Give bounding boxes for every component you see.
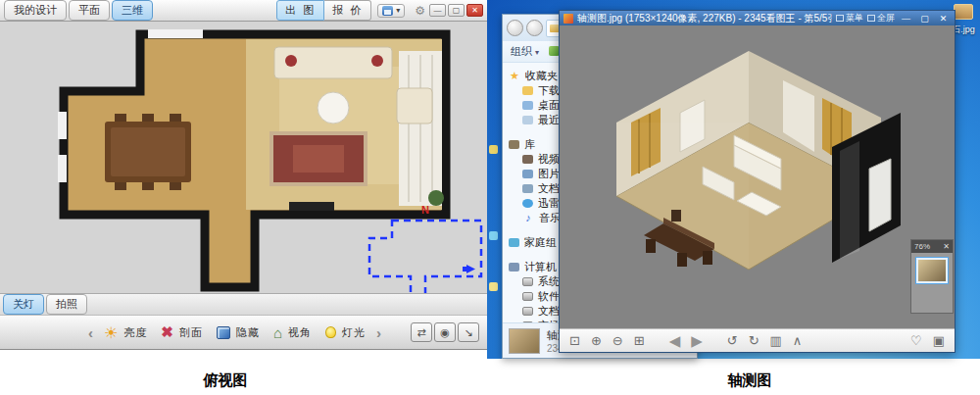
drive-icon: [522, 307, 533, 316]
view-angle-label: 视角: [288, 325, 312, 340]
zoom-in-icon[interactable]: ⊕: [591, 334, 602, 347]
delete-image-icon[interactable]: ▥: [770, 334, 782, 347]
tab-my-design[interactable]: 我的设计: [4, 0, 67, 21]
close-button[interactable]: ✕: [466, 4, 483, 17]
viewer-toolbar: ⊡ ⊕ ⊖ ⊞ ◀ ▶ ↺ ↻ ▥ ∧ ♡ ▣: [560, 328, 955, 352]
floppy-icon: [382, 6, 393, 16]
section-label: 剖面: [179, 325, 203, 340]
viewer-titlebar[interactable]: 轴测图.jpg (1753×1240像素, 227KB) - 2345看图王 -…: [560, 11, 955, 25]
tab-snapshot[interactable]: 拍照: [46, 294, 87, 315]
sun-icon: ☀: [104, 323, 118, 342]
star-icon: ★: [509, 72, 520, 80]
next-image-icon[interactable]: ▶: [691, 333, 703, 348]
bottom-toolbar: ‹ ☀ 亮度 ✖ 剖面 隐藏 ⌂ 视角 灯光 › ⇄: [0, 315, 487, 349]
documents-icon: [522, 184, 533, 193]
caret-down-icon: ▾: [396, 6, 400, 15]
section-tool[interactable]: ✖ 剖面: [161, 323, 203, 341]
desktop-icon: [522, 101, 533, 110]
zoom-drag-button[interactable]: ↘: [458, 322, 479, 342]
previous-image-icon[interactable]: ◀: [669, 333, 681, 348]
tab-lights-off[interactable]: 关灯: [3, 294, 44, 315]
thunder-icon: [522, 199, 533, 208]
collapse-toolbar-icon[interactable]: ∧: [793, 334, 803, 347]
caption-axonometric-view: 轴测图: [691, 371, 808, 390]
toolbar-next-icon[interactable]: ›: [376, 324, 381, 341]
desktop-mini-icon[interactable]: [489, 231, 498, 240]
house-icon: ⌂: [273, 324, 282, 341]
design-canvas[interactable]: N S: [0, 22, 487, 293]
caret-down-icon: ▾: [535, 48, 539, 57]
favorite-heart-icon[interactable]: ♡: [910, 334, 922, 347]
menu-button[interactable]: 菜单: [836, 12, 863, 25]
view-angle-tool[interactable]: ⌂ 视角: [273, 324, 312, 341]
computer-icon: [509, 263, 519, 272]
lighting-label: 灯光: [342, 325, 366, 340]
zoom-out-icon[interactable]: ⊖: [612, 334, 623, 347]
fullscreen-icon: [867, 15, 875, 22]
file-thumbnail: [509, 328, 540, 354]
recent-places-icon: [522, 116, 533, 124]
desktop-mini-icon[interactable]: [489, 145, 498, 154]
hide-tool[interactable]: 隐藏: [217, 325, 260, 340]
rotate-right-icon[interactable]: ↻: [749, 334, 760, 347]
render-mode-tabs: 关灯 拍照: [0, 293, 487, 315]
viewer-image-area[interactable]: 76% ✕: [560, 25, 955, 330]
brightness-tool[interactable]: ☀ 亮度: [104, 323, 147, 342]
navigator-close-icon[interactable]: ✕: [943, 242, 950, 251]
export-button[interactable]: 出 图: [276, 0, 324, 21]
homegroup-icon: [509, 238, 519, 247]
back-button[interactable]: [507, 20, 523, 36]
bulb-icon: [325, 326, 336, 338]
minimize-button[interactable]: —: [429, 4, 446, 17]
rotate-left-icon[interactable]: ↺: [727, 334, 738, 347]
gear-icon[interactable]: ⚙: [415, 4, 425, 18]
red-x-icon: ✖: [161, 323, 173, 341]
viewer-minimize-button[interactable]: —: [899, 14, 913, 24]
actual-size-icon[interactable]: ⊞: [634, 334, 645, 347]
brightness-label: 亮度: [123, 325, 147, 340]
downloads-icon: [522, 86, 533, 95]
navigator-zoom-label: 76%: [914, 242, 930, 251]
plan-outline-overlay: N S: [365, 204, 487, 293]
forward-button[interactable]: [526, 20, 543, 36]
save-button[interactable]: ▾: [377, 4, 405, 18]
viewer-close-button[interactable]: ✕: [936, 14, 951, 24]
organize-menu[interactable]: 组织 ▾: [511, 44, 539, 59]
navigator-header: 76% ✕: [911, 240, 953, 253]
videos-icon: [522, 155, 533, 164]
hide-label: 隐藏: [236, 325, 260, 340]
drive-icon: [522, 277, 533, 286]
desktop-file-icon[interactable]: [954, 4, 973, 20]
toolbar-prev-icon[interactable]: ‹: [88, 324, 93, 341]
quote-button[interactable]: 报 价: [324, 0, 371, 21]
pan-hand-button[interactable]: ◉: [434, 322, 456, 342]
window-controls: — ▢ ✕: [429, 4, 483, 17]
navigator-panel: 76% ✕: [910, 239, 954, 314]
tab-3d[interactable]: 三维: [112, 0, 153, 21]
compass-north-label: N: [421, 204, 429, 216]
tab-plan[interactable]: 平面: [69, 0, 110, 21]
music-note-icon: ♪: [522, 214, 534, 222]
caption-top-view: 俯视图: [167, 371, 284, 390]
fit-window-icon[interactable]: ⊡: [569, 334, 580, 347]
drive-icon: [522, 292, 533, 301]
screenshot-camera-icon[interactable]: ▣: [933, 334, 945, 347]
rotate-view-button[interactable]: ⇄: [411, 322, 432, 342]
screenshot-root: 我的设计 平面 三维 出 图 报 价 ▾ ⚙ — ▢ ✕: [0, 0, 980, 395]
image-viewer-window: 轴测图.jpg (1753×1240像素, 227KB) - 2345看图王 -…: [559, 10, 956, 353]
design-app-window: 我的设计 平面 三维 出 图 报 价 ▾ ⚙ — ▢ ✕: [0, 0, 487, 350]
axonometric-room-render: [587, 29, 910, 323]
viewer-maximize-button[interactable]: ▢: [917, 14, 932, 24]
viewer-app-icon: [564, 14, 573, 24]
viewer-title: 轴测图.jpg (1753×1240像素, 227KB) - 2345看图王 -…: [577, 12, 832, 25]
cube-icon: [217, 326, 230, 339]
desktop-mini-icon[interactable]: [489, 282, 498, 291]
viewport-buttons: ⇄ ◉ ↘: [411, 322, 479, 342]
navigator-thumbnail[interactable]: [916, 258, 948, 283]
design-app-tabbar: 我的设计 平面 三维 出 图 报 价 ▾ ⚙ — ▢ ✕: [0, 0, 487, 22]
libraries-icon: [509, 140, 519, 149]
lighting-tool[interactable]: 灯光: [325, 325, 366, 340]
maximize-button[interactable]: ▢: [448, 4, 465, 17]
menu-icon: [836, 15, 844, 22]
fullscreen-button[interactable]: 全屏: [867, 12, 895, 25]
